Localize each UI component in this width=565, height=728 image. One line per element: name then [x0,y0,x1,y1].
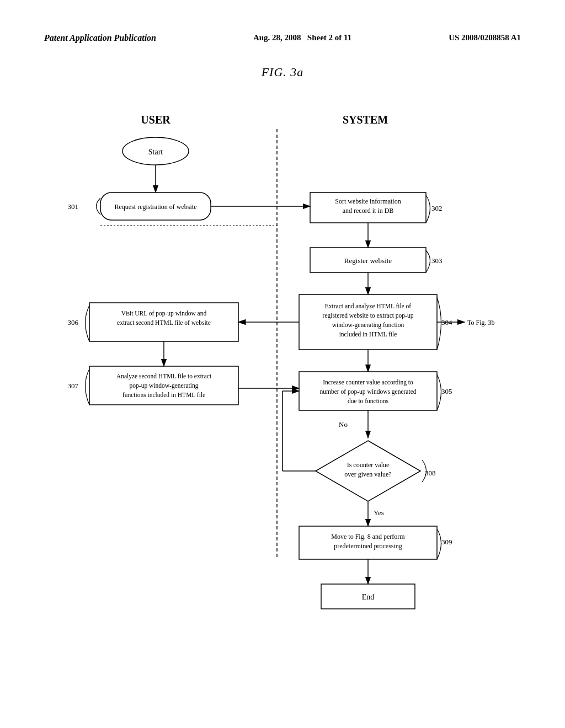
node-302-label2: and record it in DB [343,207,394,215]
node-303-bracket [426,250,430,272]
node-305-num: 305 [441,387,452,395]
node-307-label2: pop-up window-generating [130,382,199,389]
node-302-bracket [426,195,430,223]
node-307-num: 307 [68,382,79,390]
node-308-label1: Is counter value [347,461,390,469]
yes-label: Yes [374,508,384,517]
page: Patent Application Publication Aug. 28, … [0,0,565,728]
header-title: Patent Application Publication [44,33,156,43]
node-307-label1: Analyze second HTML file to extract [116,373,212,380]
node-301-label: Request registration of website [115,203,197,211]
figure-title: FIG. 3a [44,65,521,79]
header-date: Aug. 28, 2008 [253,33,301,42]
flowchart-svg: USER SYSTEM Start Request registration o… [44,107,521,647]
node-309-label2: predetermined processing [334,542,402,550]
node-308-label2: over given value? [344,470,391,478]
node-306-num: 306 [68,318,79,326]
node-307-label3: functions included in HTML file [122,392,205,398]
node-304-label4: included in HTML file [339,331,397,338]
to-fig3b-label: To Fig. 3b [467,319,495,326]
node-306-label1: Visit URL of pop-up window and [121,310,207,317]
node-301-num: 301 [68,202,79,211]
node-304-label3: window-generating function [332,322,404,329]
user-label: USER [141,114,170,126]
end-label: End [362,593,375,601]
diagram-area: USER SYSTEM Start Request registration o… [44,107,521,647]
node-305-label1: Increase counter value according to [323,379,413,386]
system-label: SYSTEM [343,114,388,126]
node-305-label3: due to functions [348,398,389,404]
node-309-bracket [437,529,441,559]
node-309-num: 309 [441,538,452,546]
start-label: Start [148,148,163,156]
node-304-bracket [437,297,441,350]
node-301-bracket [97,198,101,215]
header-patent-num: US 2008/0208858 A1 [449,33,521,42]
header-center: Aug. 28, 2008 Sheet 2 of 11 [253,33,351,42]
node-302-num: 302 [431,204,443,212]
page-header: Patent Application Publication Aug. 28, … [44,33,521,43]
node-306-bracket [86,306,90,341]
header-sheet: Sheet 2 of 11 [307,33,351,42]
node-304-label1: Extract and analyze HTML file of [325,303,412,310]
node-305-label2: number of pop-up windows generated [319,388,416,395]
node-306-label2: extract second HTML file of website [117,319,211,326]
node-303-label: Register website [344,256,392,265]
node-309-label1: Move to Fig. 8 and perform [331,533,405,540]
node-302-label1: Sort website information [335,197,401,205]
node-303-num: 303 [431,256,443,265]
node-307-bracket [86,369,90,405]
node-304-label2: registered website to extract pop-up [323,312,414,319]
node-305-bracket [437,374,441,410]
no-label: No [339,420,348,429]
